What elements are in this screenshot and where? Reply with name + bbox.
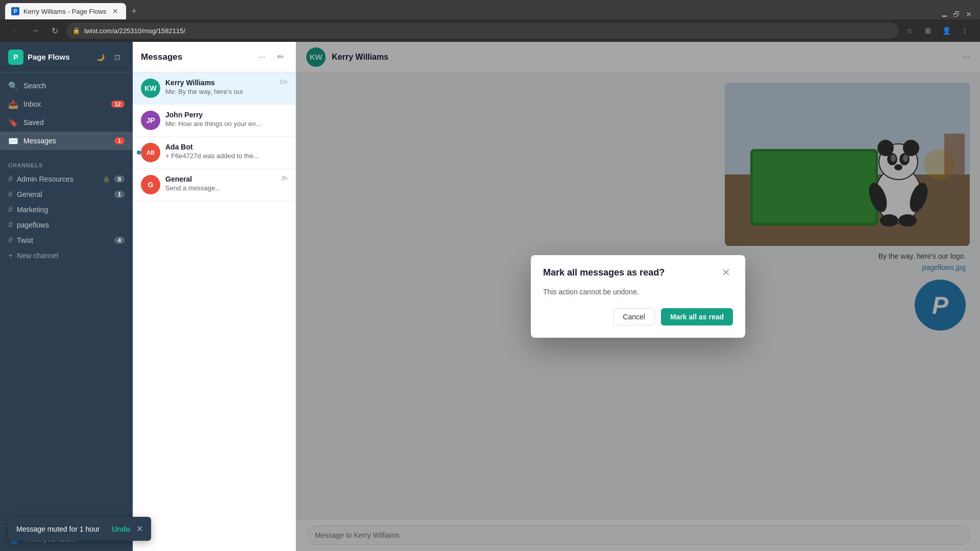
channels-section-header: Channels bbox=[0, 154, 133, 171]
message-content: John Perry Me: How are things on your en… bbox=[165, 111, 287, 128]
channels-list: # Admin Resources 🔒 8 # General 1 # Mark… bbox=[0, 171, 133, 263]
mark-all-read-button[interactable]: Mark all as read bbox=[661, 308, 733, 325]
messages-label: Messages bbox=[23, 137, 109, 145]
conversation-item[interactable]: KW Kerry Williams Me: By the way, here's… bbox=[133, 72, 296, 105]
browser-toolbar: ← → ↻ 🔒 twist.com/a/225310/msg/1582115/ … bbox=[0, 19, 980, 42]
channel-item-pageflows[interactable]: # pageflows bbox=[0, 217, 133, 233]
extensions-button[interactable]: ⊞ bbox=[921, 23, 935, 38]
search-icon: 🔍 bbox=[8, 81, 18, 91]
lock-icon: 🔒 bbox=[103, 176, 110, 183]
toast-undo-button[interactable]: Undo bbox=[112, 525, 130, 533]
workspace-name: Page Flows bbox=[28, 53, 89, 61]
channel-item-admin-resources[interactable]: # Admin Resources 🔒 8 bbox=[0, 171, 133, 187]
avatar: AB bbox=[141, 143, 160, 162]
channel-name: pageflows bbox=[17, 221, 125, 229]
avatar: JP bbox=[141, 111, 160, 130]
conversations-list: KW Kerry Williams Me: By the way, here's… bbox=[133, 72, 296, 201]
new-tab-button[interactable]: + bbox=[126, 3, 142, 19]
avatar: G bbox=[141, 175, 160, 194]
modal-close-button[interactable]: ✕ bbox=[719, 265, 733, 280]
maximize-button[interactable]: 🗗 bbox=[951, 9, 962, 19]
hash-icon: # bbox=[8, 190, 13, 199]
channel-item-marketing[interactable]: # Marketing bbox=[0, 202, 133, 217]
conversation-item[interactable]: G General Send a message... 3h bbox=[133, 169, 296, 201]
channel-name: Admin Resources bbox=[17, 175, 99, 183]
url-bar[interactable]: 🔒 twist.com/a/225310/msg/1582115/ bbox=[66, 22, 898, 39]
tab-close-button[interactable]: ✕ bbox=[111, 7, 120, 16]
close-window-button[interactable]: ✕ bbox=[964, 9, 974, 19]
messages-badge: 1 bbox=[114, 137, 125, 144]
message-time: 3h bbox=[281, 175, 287, 181]
inbox-label: Inbox bbox=[23, 100, 106, 108]
saved-label: Saved bbox=[23, 118, 125, 127]
refresh-button[interactable]: ↻ bbox=[47, 23, 62, 38]
mark-all-read-modal: Mark all messages as read? ✕ This action… bbox=[531, 255, 745, 338]
profile-button[interactable]: 👤 bbox=[939, 23, 953, 38]
chat-panel: KW Kerry Williams ··· bbox=[296, 42, 980, 551]
sender-name: General bbox=[165, 175, 276, 183]
unread-indicator bbox=[137, 151, 141, 155]
message-preview: Me: How are things on your en... bbox=[165, 120, 287, 128]
channel-name: Twist bbox=[17, 236, 110, 244]
forward-button[interactable]: → bbox=[28, 23, 43, 38]
more-options-button[interactable]: ··· bbox=[255, 50, 269, 64]
add-channel-button[interactable]: + New channel bbox=[0, 248, 133, 263]
hash-icon: # bbox=[8, 220, 13, 230]
workspace-icon: P bbox=[8, 49, 23, 65]
url-text: twist.com/a/225310/msg/1582115/ bbox=[84, 27, 892, 35]
ssl-lock-icon: 🔒 bbox=[72, 27, 80, 34]
sidebar-header: P Page Flows 🌙 ⊡ bbox=[0, 42, 133, 72]
conversation-item[interactable]: JP John Perry Me: How are things on your… bbox=[133, 105, 296, 137]
message-content: General Send a message... bbox=[165, 175, 276, 192]
hash-icon: # bbox=[8, 236, 13, 245]
menu-button[interactable]: ⋮ bbox=[958, 23, 972, 38]
sender-name: Kerry Williams bbox=[165, 79, 275, 87]
channel-item-twist[interactable]: # Twist 4 bbox=[0, 233, 133, 248]
channel-item-general[interactable]: # General 1 bbox=[0, 187, 133, 202]
message-content: Ada Bot + F6e4727d was added to the... bbox=[165, 143, 287, 160]
tab-bar: P Kerry Williams - Page Flows ✕ + 🗕 🗗 ✕ bbox=[0, 0, 980, 19]
conversation-item[interactable]: AB Ada Bot + F6e4727d was added to the..… bbox=[133, 137, 296, 169]
sidebar-item-messages[interactable]: ✉️ Messages 1 bbox=[0, 132, 133, 150]
message-preview: Send a message... bbox=[165, 184, 276, 192]
avatar: KW bbox=[141, 79, 160, 98]
sidebar-item-inbox[interactable]: 📥 Inbox 12 bbox=[0, 95, 133, 113]
plus-icon: + bbox=[8, 251, 13, 260]
do-not-disturb-button[interactable]: 🌙 bbox=[93, 50, 107, 64]
sidebar-nav: 🔍 Search 📥 Inbox 12 🔖 Saved ✉️ Messages … bbox=[0, 72, 133, 154]
modal-body: This action cannot be undone. Cancel Mar… bbox=[531, 280, 745, 338]
channel-badge: 8 bbox=[114, 176, 125, 183]
toolbar-actions: ☆ ⊞ 👤 ⋮ bbox=[902, 23, 972, 38]
toast-close-button[interactable]: ✕ bbox=[136, 524, 143, 534]
sidebar-item-search[interactable]: 🔍 Search bbox=[0, 77, 133, 95]
modal-header: Mark all messages as read? ✕ bbox=[531, 255, 745, 280]
tab-controls: 🗕 🗗 ✕ bbox=[939, 9, 980, 19]
messages-header-actions: ··· ✏ bbox=[255, 50, 287, 64]
sender-name: Ada Bot bbox=[165, 143, 287, 151]
back-button[interactable]: ← bbox=[8, 23, 23, 38]
new-channel-label: New channel bbox=[17, 252, 125, 260]
cancel-button[interactable]: Cancel bbox=[613, 308, 655, 325]
messages-panel-title: Messages bbox=[141, 52, 251, 62]
message-time: 1m bbox=[280, 79, 287, 85]
sidebar: P Page Flows 🌙 ⊡ 🔍 Search 📥 Inbox 12 🔖 S… bbox=[0, 42, 133, 551]
active-tab[interactable]: P Kerry Williams - Page Flows ✕ bbox=[5, 3, 126, 19]
tab-favicon: P bbox=[11, 7, 19, 15]
channel-badge: 4 bbox=[114, 237, 125, 244]
modal-overlay[interactable]: Mark all messages as read? ✕ This action… bbox=[296, 42, 980, 551]
tab-title: Kerry Williams - Page Flows bbox=[23, 8, 107, 15]
sidebar-item-saved[interactable]: 🔖 Saved bbox=[0, 113, 133, 132]
modal-actions: Cancel Mark all as read bbox=[543, 308, 733, 325]
messages-header: Messages ··· ✏ bbox=[133, 42, 296, 72]
sidebar-header-actions: 🌙 ⊡ bbox=[93, 50, 125, 64]
hash-icon: # bbox=[8, 205, 13, 214]
layout-button[interactable]: ⊡ bbox=[110, 50, 125, 64]
compose-button[interactable]: ✏ bbox=[273, 50, 287, 64]
sender-name: John Perry bbox=[165, 111, 287, 119]
bookmark-button[interactable]: ☆ bbox=[902, 23, 917, 38]
modal-title: Mark all messages as read? bbox=[543, 267, 719, 278]
minimize-button[interactable]: 🗕 bbox=[939, 9, 949, 19]
message-preview: Me: By the way, here's our bbox=[165, 88, 275, 95]
channel-name: General bbox=[17, 190, 110, 198]
messages-panel: Messages ··· ✏ KW Kerry Williams Me: By … bbox=[133, 42, 296, 551]
